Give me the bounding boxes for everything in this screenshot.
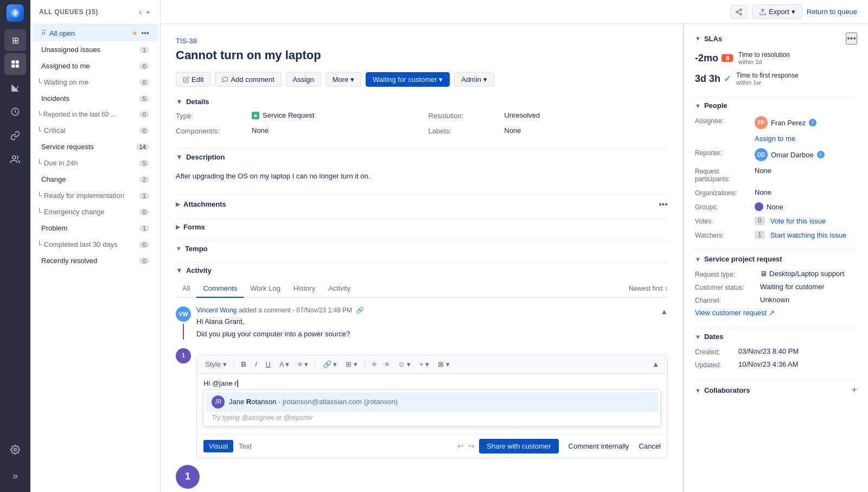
tab-all[interactable]: All (176, 280, 196, 298)
editor-tab-visual[interactable]: Visual (203, 440, 233, 452)
mention-item[interactable]: JR Jane Rotanson - jrotanson@atlassian.c… (206, 392, 658, 412)
sidebar-item-emergency-change[interactable]: └ Emergency change 0 (33, 204, 158, 220)
add-comment-btn[interactable]: Add comment (215, 72, 281, 87)
sidebar-item-recently-resolved[interactable]: Recently resolved 0 (33, 253, 158, 269)
sidebar-item-waiting-on-me[interactable]: └ Waiting on me 0 (33, 74, 158, 90)
view-customer-request-link[interactable]: View customer request ↗ (695, 309, 857, 317)
nav-expand[interactable]: » (4, 465, 26, 487)
collapse-editor-btn[interactable]: ▲ (649, 359, 662, 370)
sidebar-item-service-requests[interactable]: Service requests 14 (33, 139, 158, 155)
sidebar-item-completed-30[interactable]: └ Completed last 30 days 0 (33, 237, 158, 252)
editor-tab-text[interactable]: Text (233, 440, 257, 452)
link-btn[interactable]: 🔗 ▾ (320, 359, 340, 370)
tab-history[interactable]: History (287, 280, 322, 298)
admin-btn[interactable]: Admin ▾ (454, 72, 494, 87)
attachments-header[interactable]: ▶ Attachments (176, 200, 226, 208)
more-btn[interactable]: More ▾ (326, 72, 361, 87)
sidebar-collapse-btn[interactable]: ‹ (138, 7, 143, 17)
reporter-info-icon[interactable]: i (817, 151, 825, 158)
app-logo[interactable] (7, 4, 24, 22)
tab-worklog[interactable]: Work Log (244, 280, 286, 298)
assign-btn[interactable]: Assign (286, 72, 321, 87)
details-section: ▼ Details Type: ■ Service Request Resolu… (176, 98, 668, 139)
svg-line-11 (738, 12, 740, 13)
align-btn[interactable]: ≡ ▾ (296, 359, 311, 370)
nav-board[interactable] (4, 53, 26, 75)
comment-internally-btn[interactable]: Comment internally (563, 439, 635, 453)
sidebar-item-change[interactable]: Change 2 (33, 171, 158, 187)
nav-settings[interactable] (4, 439, 26, 461)
service-title[interactable]: ▼ Service project request (695, 255, 782, 263)
emoji-btn[interactable]: ☺ ▾ (395, 359, 413, 370)
nav-people[interactable] (4, 149, 26, 170)
user-bubble[interactable]: 1 (176, 465, 200, 489)
attachments-more-btn[interactable]: ••• (659, 200, 668, 209)
people-title[interactable]: ▼ People (695, 101, 727, 110)
collaborators-title[interactable]: ▼ Collaborators (695, 386, 750, 394)
sla-title[interactable]: ▼ SLAs (695, 35, 722, 43)
attachments-section: ▶ Attachments ••• (176, 200, 668, 209)
media-btn[interactable]: ⊞ ▾ (343, 359, 360, 370)
undo-btn[interactable]: ↩ (457, 442, 464, 450)
sidebar-item-ready-impl[interactable]: └ Ready for implementation 1 (33, 188, 158, 203)
watch-link[interactable]: Start watching this issue (770, 231, 846, 239)
sidebar-item-all-open[interactable]: ⠿ All open ★ ••• (33, 25, 158, 41)
vote-link[interactable]: Vote for this issue (770, 217, 826, 225)
insert-btn[interactable]: + ▾ (417, 359, 432, 370)
dates-updated-value: 10/Nov/23 4:36 AM (738, 360, 799, 368)
tempo-header[interactable]: ▼ Tempo (176, 245, 668, 253)
forms-header[interactable]: ▶ Forms (176, 223, 668, 231)
sidebar-item-due-24h[interactable]: └ Due in 24h 5 (33, 155, 158, 171)
activity-section-header[interactable]: ▼ Activity (176, 266, 668, 274)
comment-link-icon[interactable]: 🔗 (356, 306, 364, 314)
sidebar-item-problem[interactable]: Problem 1 (33, 220, 158, 236)
svg-rect-1 (11, 60, 15, 63)
dates-title[interactable]: ▼ Dates (695, 333, 723, 341)
more-format-btn[interactable]: ⊠ ▾ (435, 359, 452, 370)
color-btn[interactable]: A ▾ (277, 359, 292, 370)
details-section-header[interactable]: ▼ Details (176, 98, 668, 106)
sidebar-item-incidents[interactable]: Incidents 5 (33, 91, 158, 106)
issue-breadcrumb[interactable]: TIS-38 (176, 37, 668, 45)
activity-sort[interactable]: Newest first ↕ (629, 285, 668, 292)
underline-btn[interactable]: U (263, 359, 273, 370)
sla-more-btn[interactable]: ••• (846, 33, 857, 44)
redo-btn[interactable]: ↪ (468, 442, 475, 450)
editor-content[interactable]: Hi @jane r JR Jane Rotanson - jrotanson@… (197, 374, 667, 434)
nav-chart[interactable] (4, 77, 26, 99)
assignee-info-icon[interactable]: i (809, 119, 816, 126)
add-collaborator-btn[interactable]: + (851, 385, 857, 396)
comment-author[interactable]: Vincent Wong (196, 306, 237, 314)
sidebar-item-unassigned[interactable]: Unassigned issues 1 (33, 42, 158, 57)
numbered-btn[interactable]: ≡ (382, 359, 392, 370)
tab-comments[interactable]: Comments (196, 280, 244, 298)
collaborators-section: ▼ Collaborators + (695, 385, 857, 396)
description-header[interactable]: ▼ Description (176, 153, 668, 161)
bullet-btn[interactable]: ≡ (369, 359, 379, 370)
sidebar-item-reported-60[interactable]: └ Reported in the last 60 ... 0 (33, 107, 158, 122)
sidebar-item-assigned-me[interactable]: Assigned to me 0 (33, 58, 158, 74)
share-btn[interactable] (730, 5, 748, 19)
italic-btn[interactable]: I (252, 359, 260, 370)
tab-activity[interactable]: Activity (322, 280, 357, 298)
return-to-queue-link[interactable]: Return to queue (807, 8, 857, 16)
style-dropdown[interactable]: Style ▾ (202, 359, 229, 370)
comment-collapse-btn[interactable]: ▲ (661, 308, 668, 316)
nav-clock[interactable] (4, 101, 26, 123)
cancel-comment-btn[interactable]: Cancel (639, 442, 661, 450)
sidebar-item-critical[interactable]: └ Critical 0 (33, 123, 158, 138)
star-icon: ★ (132, 29, 138, 37)
sidebar-more-icon[interactable]: ••• (141, 29, 149, 37)
assign-to-me-link[interactable]: Assign to me (755, 135, 795, 143)
bold-btn[interactable]: B (239, 359, 249, 370)
edit-label: Edit (192, 75, 203, 84)
people-participants-row: Request participants: None (695, 167, 857, 183)
activity-title: Activity (186, 266, 212, 274)
nav-link[interactable] (4, 125, 26, 146)
nav-home[interactable]: ⊞ (4, 29, 26, 51)
status-btn[interactable]: Waiting for customer ▾ (366, 72, 450, 87)
export-btn[interactable]: Export ▾ (752, 4, 802, 19)
sidebar-add-btn[interactable]: + (145, 7, 151, 17)
share-with-customer-btn[interactable]: Share with customer (479, 439, 559, 453)
edit-btn[interactable]: Edit (176, 72, 210, 87)
